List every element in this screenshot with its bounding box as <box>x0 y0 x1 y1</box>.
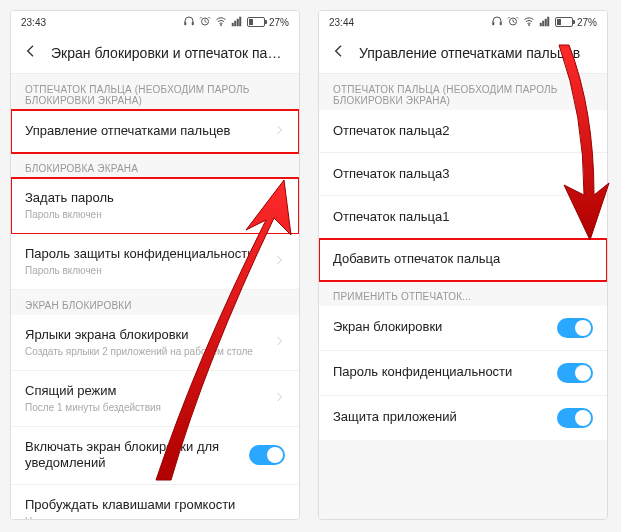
toggle-on[interactable] <box>249 445 285 465</box>
chevron-right-icon <box>273 333 285 351</box>
back-button[interactable] <box>331 43 347 63</box>
svg-rect-4 <box>232 23 234 26</box>
headphones-icon <box>183 15 195 29</box>
headphones-icon <box>491 15 503 29</box>
row-sublabel: Пароль включен <box>25 265 273 277</box>
row-label: Отпечаток пальца1 <box>333 209 581 226</box>
row-label: Экран блокировки <box>333 319 557 336</box>
row-add-fingerprint[interactable]: Добавить отпечаток пальца <box>319 239 607 281</box>
row-label: Пробуждать клавишами громкости <box>25 497 285 514</box>
row-label: Отпечаток пальца3 <box>333 166 581 183</box>
row-manage-fingerprints[interactable]: Управление отпечатками пальцев <box>11 110 299 153</box>
chevron-right-icon <box>273 389 285 407</box>
svg-rect-6 <box>237 19 239 26</box>
battery-icon <box>247 17 265 27</box>
chevron-right-icon <box>273 252 285 270</box>
svg-rect-0 <box>184 22 186 25</box>
toggle-on[interactable] <box>557 318 593 338</box>
row-sublabel: После 1 минуты бездействия <box>25 402 273 414</box>
svg-point-11 <box>528 24 530 26</box>
row-set-password[interactable]: Задать пароль Пароль включен <box>11 178 299 234</box>
svg-rect-14 <box>545 19 547 26</box>
phone-left: 23:43 27% Экран блокировки и отпечаток п… <box>10 10 300 520</box>
row-sublabel: Создать ярлыки 2 приложений на рабочем с… <box>25 346 273 358</box>
section-header-fingerprint: ОТПЕЧАТОК ПАЛЬЦА (НЕОБХОДИМ ПАРОЛЬ БЛОКИ… <box>319 74 607 110</box>
chevron-right-icon <box>581 165 593 183</box>
svg-rect-9 <box>500 22 502 25</box>
wifi-icon <box>215 15 227 29</box>
alarm-icon <box>507 15 519 29</box>
svg-rect-7 <box>239 17 241 26</box>
alarm-icon <box>199 15 211 29</box>
row-sublabel: Нажатие клавиш регулировки громкости в з… <box>25 516 285 519</box>
toggle-on[interactable] <box>557 408 593 428</box>
settings-content: ОТПЕЧАТОК ПАЛЬЦА (НЕОБХОДИМ ПАРОЛЬ БЛОКИ… <box>11 74 299 519</box>
row-sublabel: Пароль включен <box>25 209 273 221</box>
row-label: Включать экран блокировки для уведомлени… <box>25 439 249 473</box>
signal-icon <box>231 15 243 29</box>
status-time: 23:44 <box>329 17 354 28</box>
row-label: Пароль защиты конфиденциальности <box>25 246 273 263</box>
battery-icon <box>555 17 573 27</box>
svg-rect-13 <box>542 21 544 26</box>
row-fingerprint-3[interactable]: Отпечаток пальца3 <box>319 153 607 196</box>
row-apply-appprotect[interactable]: Защита приложений <box>319 396 607 440</box>
status-indicators: 27% <box>183 15 289 29</box>
row-sleep[interactable]: Спящий режим После 1 минуты бездействия <box>11 371 299 427</box>
svg-rect-8 <box>492 22 494 25</box>
chevron-right-icon <box>273 122 285 140</box>
section-header-apply: ПРИМЕНИТЬ ОТПЕЧАТОК... <box>319 281 607 306</box>
battery-pct: 27% <box>269 17 289 28</box>
row-shortcuts[interactable]: Ярлыки экрана блокировки Создать ярлыки … <box>11 315 299 371</box>
wifi-icon <box>523 15 535 29</box>
chevron-right-icon <box>273 196 285 214</box>
back-button[interactable] <box>23 43 39 63</box>
phone-right: 23:44 27% Управление отпечатками пальцев… <box>318 10 608 520</box>
svg-rect-1 <box>192 22 194 25</box>
row-label: Спящий режим <box>25 383 273 400</box>
svg-point-3 <box>220 24 222 26</box>
row-wake-volume[interactable]: Пробуждать клавишами громкости Нажатие к… <box>11 485 299 519</box>
title-bar: Управление отпечатками пальцев <box>319 33 607 74</box>
toggle-on[interactable] <box>557 363 593 383</box>
chevron-right-icon <box>581 208 593 226</box>
svg-rect-5 <box>234 21 236 26</box>
svg-rect-15 <box>547 17 549 26</box>
chevron-right-icon <box>581 122 593 140</box>
row-fingerprint-2[interactable]: Отпечаток пальца2 <box>319 110 607 153</box>
status-bar: 23:43 27% <box>11 11 299 33</box>
section-header-lock: БЛОКИРОВКА ЭКРАНА <box>11 153 299 178</box>
row-notifications-toggle[interactable]: Включать экран блокировки для уведомлени… <box>11 427 299 486</box>
page-title: Экран блокировки и отпечаток пальца <box>51 45 287 61</box>
svg-rect-12 <box>540 23 542 26</box>
page-title: Управление отпечатками пальцев <box>359 45 580 61</box>
row-label: Ярлыки экрана блокировки <box>25 327 273 344</box>
section-header-fingerprint: ОТПЕЧАТОК ПАЛЬЦА (НЕОБХОДИМ ПАРОЛЬ БЛОКИ… <box>11 74 299 110</box>
row-label: Защита приложений <box>333 409 557 426</box>
row-privacy-password[interactable]: Пароль защиты конфиденциальности Пароль … <box>11 234 299 290</box>
row-label: Управление отпечатками пальцев <box>25 123 273 140</box>
row-label: Отпечаток пальца2 <box>333 123 581 140</box>
row-apply-privacy[interactable]: Пароль конфиденциальности <box>319 351 607 396</box>
title-bar: Экран блокировки и отпечаток пальца <box>11 33 299 74</box>
row-label: Пароль конфиденциальности <box>333 364 557 381</box>
row-label: Задать пароль <box>25 190 273 207</box>
battery-pct: 27% <box>577 17 597 28</box>
row-apply-lockscreen[interactable]: Экран блокировки <box>319 306 607 351</box>
status-bar: 23:44 27% <box>319 11 607 33</box>
row-fingerprint-1[interactable]: Отпечаток пальца1 <box>319 196 607 239</box>
status-time: 23:43 <box>21 17 46 28</box>
status-indicators: 27% <box>491 15 597 29</box>
row-label: Добавить отпечаток пальца <box>333 251 593 268</box>
settings-content: ОТПЕЧАТОК ПАЛЬЦА (НЕОБХОДИМ ПАРОЛЬ БЛОКИ… <box>319 74 607 519</box>
section-header-lockscreen: ЭКРАН БЛОКИРОВКИ <box>11 290 299 315</box>
signal-icon <box>539 15 551 29</box>
